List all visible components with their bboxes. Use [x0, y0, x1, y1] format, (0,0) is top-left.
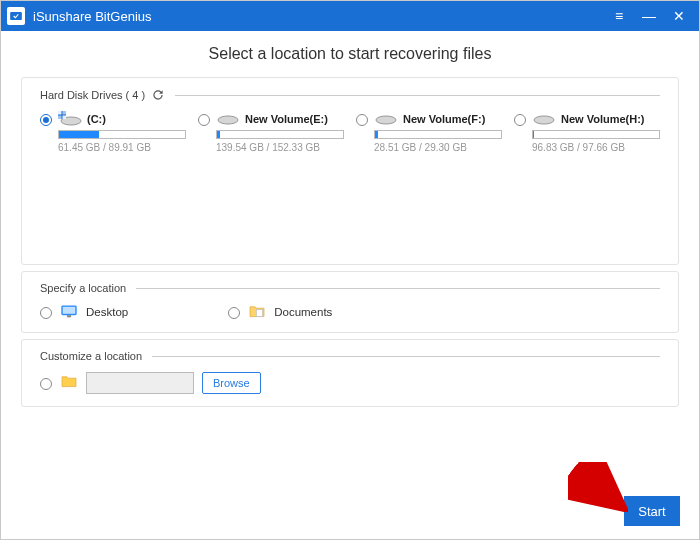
app-logo-icon: [7, 7, 25, 25]
svg-rect-13: [256, 310, 262, 317]
browse-button[interactable]: Browse: [202, 372, 261, 394]
customize-section-header: Customize a location: [40, 350, 660, 362]
desktop-icon: [60, 304, 78, 320]
disk-icon: [532, 112, 556, 126]
specify-desktop[interactable]: Desktop: [40, 304, 128, 320]
radio-custom[interactable]: [40, 378, 52, 390]
svg-rect-4: [63, 111, 67, 115]
usage-bar: [532, 130, 660, 139]
specify-header-label: Specify a location: [40, 282, 126, 294]
usage-bar: [58, 130, 186, 139]
radio-drive-h[interactable]: [514, 114, 526, 126]
svg-point-7: [218, 116, 238, 124]
specify-section-header: Specify a location: [40, 282, 660, 294]
drive-size: 61.45 GB / 89.91 GB: [58, 142, 186, 153]
svg-rect-6: [63, 116, 67, 120]
title-bar: iSunshare BitGenius ≡ — ✕: [1, 1, 699, 31]
disk-icon: [216, 112, 240, 126]
svg-rect-0: [10, 12, 22, 20]
drives-panel: Hard Disk Drives ( 4 ): [21, 77, 679, 265]
drive-size: 96.83 GB / 97.66 GB: [532, 142, 660, 153]
drive-name: (C:): [87, 113, 106, 125]
menu-icon[interactable]: ≡: [607, 4, 631, 28]
specify-panel: Specify a location Desktop Documents: [21, 271, 679, 333]
customize-panel: Customize a location Browse: [21, 339, 679, 407]
drive-h[interactable]: New Volume(H:) 96.83 GB / 97.66 GB: [514, 112, 660, 153]
page-title: Select a location to start recovering fi…: [1, 31, 699, 71]
documents-icon: [248, 304, 266, 320]
drive-name: New Volume(E:): [245, 113, 328, 125]
drives-header-label: Hard Disk Drives ( 4 ): [40, 89, 145, 101]
drive-e[interactable]: New Volume(E:) 139.54 GB / 152.33 GB: [198, 112, 344, 153]
drives-section-header: Hard Disk Drives ( 4 ): [40, 88, 660, 102]
refresh-icon[interactable]: [151, 88, 165, 102]
specify-documents[interactable]: Documents: [228, 304, 332, 320]
radio-drive-e[interactable]: [198, 114, 210, 126]
svg-rect-12: [67, 315, 71, 317]
close-icon[interactable]: ✕: [667, 4, 691, 28]
usage-bar: [374, 130, 502, 139]
radio-desktop[interactable]: [40, 307, 52, 319]
customize-header-label: Customize a location: [40, 350, 142, 362]
svg-point-9: [534, 116, 554, 124]
svg-point-8: [376, 116, 396, 124]
os-disk-icon: [58, 112, 82, 126]
custom-path-input[interactable]: [86, 372, 194, 394]
radio-drive-f[interactable]: [356, 114, 368, 126]
desktop-label: Desktop: [86, 306, 128, 318]
radio-documents[interactable]: [228, 307, 240, 319]
svg-rect-11: [63, 307, 76, 314]
drive-size: 139.54 GB / 152.33 GB: [216, 142, 344, 153]
drives-row: (C:) 61.45 GB / 89.91 GB New Volume(E:) …: [40, 112, 660, 153]
drive-name: New Volume(H:): [561, 113, 645, 125]
app-title: iSunshare BitGenius: [33, 9, 152, 24]
drive-name: New Volume(F:): [403, 113, 485, 125]
drive-f[interactable]: New Volume(F:) 28.51 GB / 29.30 GB: [356, 112, 502, 153]
svg-rect-5: [58, 116, 62, 120]
folder-icon: [60, 374, 78, 392]
disk-icon: [374, 112, 398, 126]
start-button[interactable]: Start: [624, 496, 680, 526]
drive-c[interactable]: (C:) 61.45 GB / 89.91 GB: [40, 112, 186, 153]
minimize-icon[interactable]: —: [637, 4, 661, 28]
documents-label: Documents: [274, 306, 332, 318]
annotation-arrow-icon: [568, 462, 628, 512]
radio-drive-c[interactable]: [40, 114, 52, 126]
usage-bar: [216, 130, 344, 139]
svg-rect-3: [58, 111, 62, 115]
drive-size: 28.51 GB / 29.30 GB: [374, 142, 502, 153]
